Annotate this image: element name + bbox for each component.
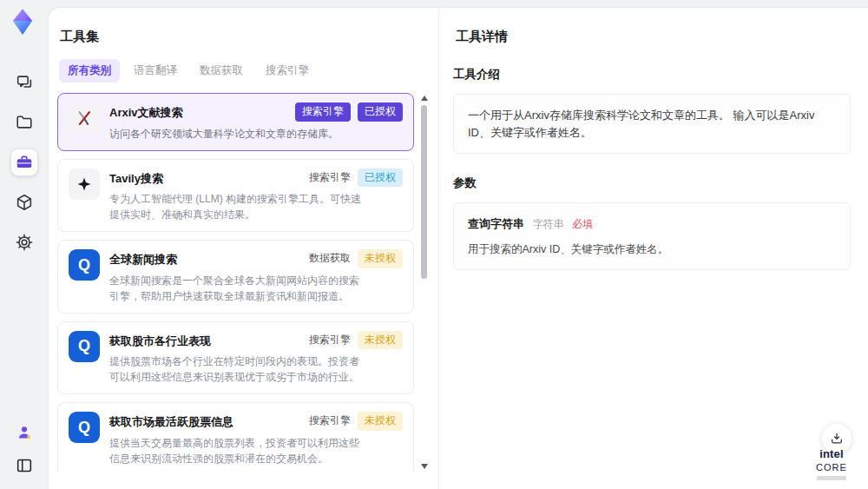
tool-card[interactable]: Q 获取股市各行业表现 搜索引擎 未授权 提供股票市场各个行业在特定时间段内的表… [57, 321, 414, 395]
tool-description: 全球新闻搜索是一个聚合全球各大新闻网站内容的搜索引擎，帮助用户快速获取全球最新资… [109, 273, 403, 304]
main-panel: 工具集 所有类别语言翻译数据获取搜索引擎 Arxiv文献搜索 搜索引擎 已授权 … [48, 7, 868, 489]
tool-intro-box: 一个用于从Arxiv存储库搜索科学论文和文章的工具。 输入可以是Arxiv ID… [453, 94, 851, 154]
intro-section-title: 工具介绍 [453, 67, 851, 83]
category-tag: 搜索引擎 [309, 331, 351, 350]
tool-description: 访问各个研究领域大量科学论文和文章的存储库。 [109, 126, 403, 142]
panel-toggle-icon [15, 456, 34, 475]
scroll-up-arrow-icon[interactable] [421, 96, 428, 101]
q-app-icon: Q [69, 331, 100, 362]
folder-icon [15, 113, 34, 132]
toolbox-icon [15, 153, 34, 172]
tool-card[interactable]: Q 获取市场最活跃股票信息 搜索引擎 未授权 提供当天交易量最高的股票列表，投资… [57, 402, 414, 472]
auth-badge: 未授权 [358, 412, 403, 431]
category-tab[interactable]: 搜索引擎 [257, 59, 318, 83]
arxiv-logo-icon [69, 102, 100, 134]
tool-name: 全球新闻搜索 [109, 249, 302, 268]
sidebar-item-packages[interactable] [11, 189, 37, 215]
scroll-down-arrow-icon[interactable] [421, 464, 428, 469]
tavily-star-icon [69, 169, 100, 200]
tool-name: Tavily搜索 [109, 169, 302, 187]
tool-list-panel: 工具集 所有类别语言翻译数据获取搜索引擎 Arxiv文献搜索 搜索引擎 已授权 … [49, 8, 439, 489]
chat-icon [15, 73, 34, 92]
params-section-title: 参数 [453, 175, 851, 191]
sidebar-item-profile[interactable] [11, 420, 37, 446]
tool-name: 获取股市各行业表现 [109, 331, 302, 349]
tool-name: 获取市场最活跃股票信息 [109, 412, 302, 430]
sidebar-item-chat[interactable] [11, 69, 37, 96]
scrollbar-thumb[interactable] [421, 105, 427, 279]
sidebar-item-tools[interactable] [11, 149, 37, 175]
auth-badge: 已授权 [358, 169, 403, 188]
category-tab[interactable]: 语言翻译 [125, 59, 186, 83]
sidebar-item-files[interactable] [11, 109, 37, 135]
param-type: 字符串 [533, 218, 564, 230]
user-avatar-icon [15, 423, 34, 442]
list-scrollbar[interactable] [419, 93, 429, 472]
tool-details-panel: 工具详情 工具介绍 一个用于从Arxiv存储库搜索科学论文和文章的工具。 输入可… [439, 8, 868, 489]
category-tag: 数据获取 [309, 249, 351, 268]
package-icon [15, 193, 34, 212]
tool-list: Arxiv文献搜索 搜索引擎 已授权 访问各个研究领域大量科学论文和文章的存储库… [57, 93, 430, 472]
app-sidebar [0, 0, 48, 489]
tool-card[interactable]: Q 全球新闻搜索 数据获取 未授权 全球新闻搜索是一个聚合全球各大新闻网站内容的… [57, 240, 414, 314]
intel-wordmark: intel [819, 447, 844, 460]
auth-badge: 未授权 [358, 331, 403, 350]
sidebar-item-settings[interactable] [11, 229, 37, 255]
tool-card[interactable]: Tavily搜索 搜索引擎 已授权 专为人工智能代理 (LLM) 构建的搜索引擎… [57, 159, 414, 233]
intel-logo-subtext [817, 476, 846, 480]
details-title: 工具详情 [456, 29, 851, 45]
page-title: 工具集 [60, 29, 430, 45]
category-tabs: 所有类别语言翻译数据获取搜索引擎 [59, 59, 430, 83]
sidebar-collapse[interactable] [11, 453, 37, 479]
param-name: 查询字符串 [468, 217, 524, 230]
intel-core-logo: intel CORE [806, 447, 857, 480]
auth-badge: 已授权 [358, 102, 403, 122]
category-tag: 搜索引擎 [309, 169, 351, 188]
q-app-icon: Q [69, 249, 100, 281]
app-gem-logo [8, 7, 37, 36]
download-icon [829, 431, 845, 446]
tool-description: 提供当天交易量最高的股票列表，投资者可以利用这些信息来识别流动性强的股票和潜在的… [109, 435, 403, 466]
category-tab[interactable]: 数据获取 [191, 59, 252, 83]
tool-description: 提供股票市场各个行业在特定时间段内的表现。投资者可以利用这些信息来识别表现优于或… [109, 354, 403, 385]
param-required-badge: 必填 [572, 218, 593, 230]
category-tab[interactable]: 所有类别 [59, 59, 120, 83]
tool-description: 专为人工智能代理 (LLM) 构建的搜索引擎工具。可快速提供实时、准确和真实的结… [109, 191, 403, 222]
param-box: 查询字符串 字符串 必填 用于搜索的Arxiv ID、关键字或作者姓名。 [453, 202, 851, 270]
q-app-icon: Q [69, 412, 100, 443]
core-wordmark: CORE [816, 462, 847, 472]
tool-card[interactable]: Arxiv文献搜索 搜索引擎 已授权 访问各个研究领域大量科学论文和文章的存储库… [57, 93, 414, 151]
auth-badge: 未授权 [358, 249, 403, 268]
category-tag: 搜索引擎 [309, 412, 351, 431]
tool-name: Arxiv文献搜索 [109, 102, 288, 121]
param-description: 用于搜索的Arxiv ID、关键字或作者姓名。 [468, 241, 836, 258]
param-header: 查询字符串 字符串 必填 [468, 215, 836, 233]
settings-icon [15, 233, 34, 252]
category-tag: 搜索引擎 [295, 102, 351, 122]
